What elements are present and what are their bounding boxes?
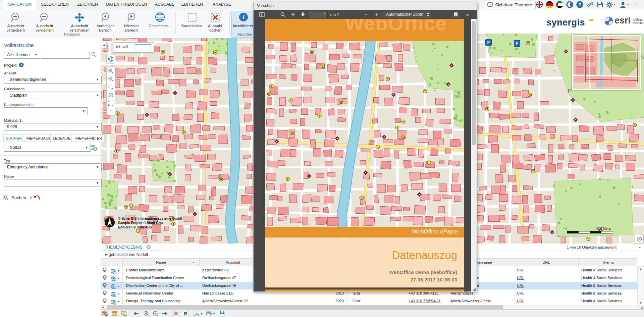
menu-tab-zeichnen[interactable]: ZEICHNEN <box>73 0 102 9</box>
cell-iconsi1[interactable] <box>101 266 109 274</box>
menu-tab-ausgabe[interactable]: AUSGABE <box>151 0 179 9</box>
reset-undo-icon[interactable] <box>34 195 40 201</box>
row-actions-caret-icon[interactable]: ▼ <box>117 283 120 289</box>
zoom-in-button[interactable]: Ausschnittvergrößern <box>1 11 31 38</box>
flag-uk-icon[interactable] <box>536 1 543 8</box>
table-zoom-button[interactable] <box>102 310 108 317</box>
map-zoom-out-button[interactable] <box>107 75 115 83</box>
print-caret-icon[interactable]: ▼ <box>213 312 215 315</box>
gear-caret-icon[interactable]: ▼ <box>613 3 616 6</box>
kartenausschnitte-dropdown[interactable]: ▼ <box>4 107 88 115</box>
report-button[interactable] <box>193 310 199 317</box>
typ-dropdown[interactable]: Emergency Ambulance▼ <box>4 163 102 171</box>
parking-marker[interactable]: P <box>514 40 520 47</box>
flag-uae-icon[interactable] <box>556 1 563 8</box>
parking-marker[interactable]: P <box>485 39 492 46</box>
cell-iconsi2[interactable]: ▼ <box>109 274 123 281</box>
clear-selection-button[interactable]: Auswahllöschen <box>200 11 230 38</box>
last-record-button[interactable] <box>162 310 168 317</box>
close-icon[interactable] <box>146 245 151 250</box>
previous-extent-button[interactable]: VorherigerBereich <box>90 11 120 38</box>
massstab-dropdown[interactable]: 9.028▼ <box>4 123 102 131</box>
sidebar-tab-themenfilter[interactable]: THEMENFILTER <box>71 135 105 142</box>
menu-tab-daten-hinzuf-gen[interactable]: DATEN HINZUFÜGEN <box>102 0 152 9</box>
menu-tab-selektieren[interactable]: SELEKTIEREN <box>37 0 73 9</box>
pdf-scroll-thumb[interactable] <box>472 21 476 145</box>
zoom-in-button[interactable]: + <box>373 11 380 18</box>
flag-germany-icon[interactable] <box>546 1 553 8</box>
sidebar-tab-legende[interactable]: LEGENDE <box>50 135 73 142</box>
row-actions-caret-icon[interactable]: ▼ <box>117 267 120 274</box>
table-globe-icon[interactable] <box>91 144 97 151</box>
link-icon[interactable] <box>587 1 594 8</box>
cell-iconsi2[interactable]: ▼ <box>109 297 123 305</box>
map-zoom-in-button[interactable] <box>107 67 115 75</box>
print-button[interactable] <box>205 310 212 317</box>
visible-themes-dropdown[interactable]: i Sichtbare Themen ▼ <box>485 1 536 9</box>
user-caret-icon[interactable]: ▼ <box>627 3 629 6</box>
zoom-next-button[interactable] <box>152 310 159 317</box>
dialog-title[interactable]: Vorschau <box>254 2 477 10</box>
category-dropdown[interactable]: Notfall▼ <box>4 144 91 152</box>
cell-url[interactable]: URL <box>514 289 581 297</box>
cell-url[interactable]: URL <box>514 266 581 274</box>
table-button[interactable] <box>111 310 118 317</box>
save-result-button[interactable] <box>219 310 225 317</box>
help-icon[interactable]: ? <box>576 1 583 8</box>
map-tools-collapse-button[interactable]: ⌃ <box>107 107 115 115</box>
pdf-scrollbar[interactable] <box>471 19 476 292</box>
pdf-search-button[interactable] <box>279 11 286 18</box>
table-image-button[interactable] <box>121 310 127 317</box>
excel-export-button[interactable]: X <box>183 310 190 317</box>
table-row[interactable]: ▼Omega, Therapy and CounselingAlbert-Sch… <box>101 297 637 305</box>
cell-url[interactable]: URL <box>514 274 581 281</box>
theme-filter-dropdown[interactable]: Alle Themen▼ <box>4 51 40 59</box>
menu-tab-analyse[interactable]: ANALYSE <box>208 0 235 9</box>
page-down-button[interactable] <box>299 11 307 18</box>
map-zoom-box-button[interactable] <box>107 83 115 91</box>
cell-iconsi2[interactable]: ▼ <box>109 282 123 289</box>
row-actions-caret-icon[interactable]: ▼ <box>117 275 120 281</box>
fulltext-search-input[interactable] <box>41 51 90 59</box>
report-caret-icon[interactable]: ▼ <box>200 312 203 315</box>
gear-icon[interactable] <box>606 1 613 8</box>
name-dropdown[interactable]: ▼ <box>4 179 102 187</box>
overview-map[interactable] <box>572 35 641 90</box>
cell-url[interactable]: URL <box>514 282 581 289</box>
hscroll-thumb[interactable] <box>107 305 503 309</box>
ich-will-box[interactable]: Ich will ... <box>113 42 154 53</box>
toolbar-more-button[interactable]: » <box>464 11 472 18</box>
cell-telefon[interactable]: +43 316 773554-21 <box>406 297 450 305</box>
collapse-chevron-icon[interactable]: ⌃ <box>635 2 638 6</box>
menu-tab-navigation[interactable]: NAVIGATION <box>3 0 36 9</box>
save-icon[interactable] <box>597 1 603 8</box>
scroll-down-icon[interactable]: ▼ <box>638 301 644 305</box>
map-full-extent-button[interactable] <box>107 99 115 107</box>
user-icon[interactable] <box>620 1 626 8</box>
column-header-name[interactable]: Name▲ <box>123 258 200 267</box>
zoom-select[interactable]: Automatischer Zoom <box>383 11 431 18</box>
dialog-resize-grip[interactable] <box>473 288 476 291</box>
scroll-up-icon[interactable]: ▲ <box>638 267 644 271</box>
map-center-button[interactable] <box>107 91 115 99</box>
column-header-url[interactable]: URL <box>514 258 579 267</box>
row-actions-caret-icon[interactable]: ▼ <box>117 290 120 297</box>
cell-iconsi1[interactable] <box>101 274 109 281</box>
ich-will-input[interactable] <box>135 44 151 51</box>
column-header-iconsi2[interactable] <box>109 258 123 267</box>
results-vscrollbar[interactable]: ▲ ▼ <box>637 266 644 306</box>
column-header-iconsi1[interactable] <box>101 258 109 267</box>
first-record-button[interactable] <box>132 310 139 317</box>
full-extent-button[interactable]: Gesamtansi... <box>145 11 175 38</box>
sidebar-toggle-button[interactable] <box>258 11 266 18</box>
bookmark-button[interactable] <box>452 11 459 18</box>
info-icon[interactable]: i <box>19 62 24 67</box>
page-number-input[interactable] <box>309 11 328 18</box>
cell-url[interactable]: URL <box>514 297 581 305</box>
next-extent-button[interactable]: NächsterBereich <box>116 11 147 38</box>
cell-iconsi2[interactable]: ▼ <box>109 266 123 274</box>
cell-iconsi1[interactable] <box>101 289 109 297</box>
grundkarten-dropdown[interactable]: Stadtplan▼ <box>4 92 102 99</box>
crescent-icon[interactable] <box>566 1 573 8</box>
menu-tab-editieren[interactable]: EDITIEREN <box>177 0 207 9</box>
